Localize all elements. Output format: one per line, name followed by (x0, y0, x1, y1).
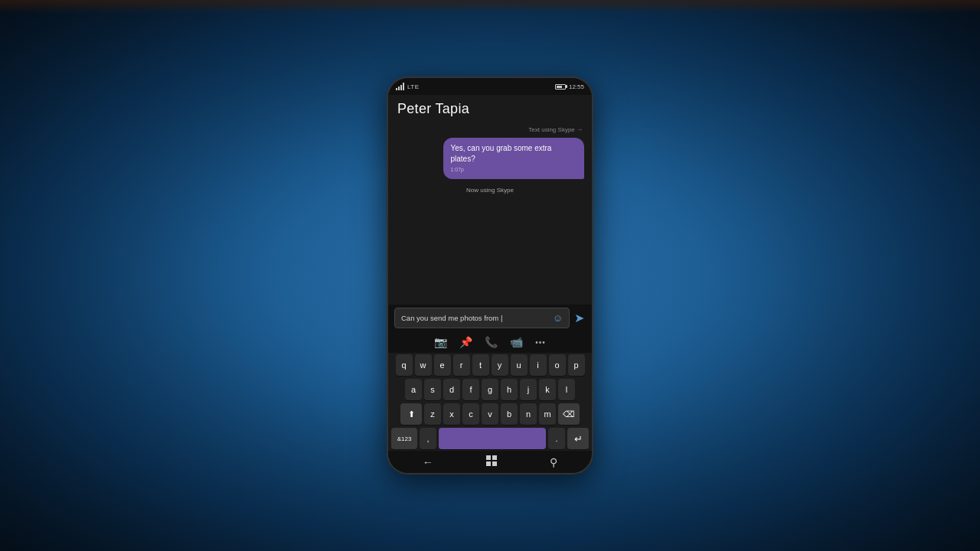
key-w[interactable]: w (415, 354, 432, 376)
switch-notice-top: Text using Skype → (396, 126, 584, 133)
key-t[interactable]: t (472, 354, 489, 376)
shift-key[interactable]: ⬆ (400, 403, 422, 425)
search-button[interactable]: ⚲ (550, 456, 557, 468)
network-label: LTE (407, 83, 420, 90)
key-o[interactable]: o (549, 354, 566, 376)
svg-rect-0 (486, 455, 491, 460)
key-u[interactable]: u (511, 354, 528, 376)
svg-rect-3 (492, 461, 497, 466)
key-k[interactable]: k (539, 379, 556, 400)
period-key[interactable]: . (548, 428, 565, 449)
key-b[interactable]: b (501, 403, 518, 425)
special-key[interactable]: &123 (391, 428, 417, 449)
backspace-key[interactable]: ⌫ (558, 403, 580, 425)
message-input-box[interactable]: Can you send me photos from | ☺ (394, 308, 570, 328)
status-left: LTE (396, 83, 420, 90)
phone-screen: LTE 12:55 Peter Tapia Text using Skype →… (387, 77, 593, 474)
phone-call-button[interactable]: 📞 (485, 336, 498, 348)
emoji-button[interactable]: ☺ (553, 312, 563, 324)
keyboard-row-1: q w e r t y u i o p (388, 353, 592, 377)
key-y[interactable]: y (492, 354, 508, 376)
contact-name: Peter Tapia (397, 101, 583, 117)
svg-rect-2 (486, 461, 491, 466)
key-m[interactable]: m (539, 403, 556, 425)
keyboard-row-3: ⬆ z x c v b n m ⌫ (388, 402, 592, 426)
back-button[interactable]: ← (423, 456, 433, 468)
switch-notice: Now using Skype (396, 187, 584, 194)
messaging-toolbar: 📷 📌 📞 📹 ••• (388, 331, 592, 353)
comma-key[interactable]: , (420, 428, 436, 449)
key-a[interactable]: a (405, 379, 422, 400)
key-z[interactable]: z (424, 403, 441, 425)
key-c[interactable]: c (462, 403, 479, 425)
attachment-button[interactable]: 📌 (459, 336, 472, 348)
message-bubble: Yes, can you grab some extra plates? 1:0… (443, 138, 585, 179)
key-g[interactable]: g (482, 379, 498, 400)
key-j[interactable]: j (520, 379, 537, 400)
keyboard-row-2: a s d f g h j k l (388, 377, 592, 402)
camera-button[interactable]: 📷 (434, 336, 447, 348)
more-options-button[interactable]: ••• (535, 338, 546, 347)
message-time: 1:07p (451, 166, 577, 174)
key-p[interactable]: p (568, 354, 585, 376)
input-area: Can you send me photos from | ☺ ➤ (388, 305, 592, 331)
status-bar: LTE 12:55 (388, 78, 592, 95)
message-input-row: Can you send me photos from | ☺ ➤ (394, 308, 586, 328)
key-h[interactable]: h (501, 379, 518, 400)
signal-bars-icon (396, 83, 404, 90)
windows-home-button[interactable] (486, 455, 497, 468)
navigation-bar: ← ⚲ (388, 451, 592, 473)
key-d[interactable]: d (443, 379, 460, 400)
key-f[interactable]: f (462, 379, 479, 400)
key-e[interactable]: e (434, 354, 451, 376)
video-call-button[interactable]: 📹 (510, 336, 523, 348)
key-v[interactable]: v (482, 403, 498, 425)
chat-area: Text using Skype → Yes, can you grab som… (388, 122, 592, 305)
key-q[interactable]: q (396, 354, 413, 376)
input-text: Can you send me photos from | (401, 314, 502, 322)
key-x[interactable]: x (443, 403, 460, 425)
message-text: Yes, can you grab some extra plates? (451, 143, 577, 165)
enter-key[interactable]: ↵ (567, 428, 589, 449)
keyboard-row-4: &123 , . ↵ (388, 426, 592, 451)
key-l[interactable]: l (558, 379, 575, 400)
phone-device: LTE 12:55 Peter Tapia Text using Skype →… (387, 77, 593, 474)
app-header: Peter Tapia (388, 95, 592, 122)
on-screen-keyboard[interactable]: q w e r t y u i o p a s d f g h j k (388, 353, 592, 451)
key-s[interactable]: s (424, 379, 441, 400)
key-n[interactable]: n (520, 403, 537, 425)
send-button[interactable]: ➤ (573, 309, 586, 327)
space-key[interactable] (439, 428, 546, 449)
status-right: 12:55 (555, 83, 584, 90)
svg-rect-1 (492, 455, 497, 460)
key-r[interactable]: r (453, 354, 470, 376)
battery-fill (557, 86, 562, 88)
key-i[interactable]: i (530, 354, 547, 376)
battery-icon (555, 84, 566, 90)
clock: 12:55 (569, 83, 584, 90)
